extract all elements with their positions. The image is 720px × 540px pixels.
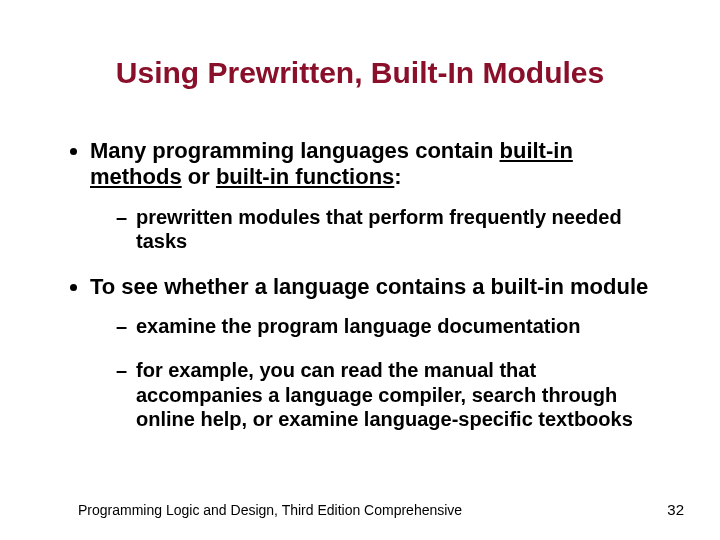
bullet-1-sublist: prewritten modules that perform frequent… bbox=[90, 205, 660, 254]
slide: Using Prewritten, Built-In Modules Many … bbox=[0, 0, 720, 540]
slide-body: Many programming languages contain built… bbox=[70, 138, 660, 452]
bullet-1-mid: or bbox=[182, 164, 216, 189]
bullet-list: Many programming languages contain built… bbox=[70, 138, 660, 432]
bullet-1-term-2: built-in functions bbox=[216, 164, 394, 189]
bullet-2: To see whether a language contains a bui… bbox=[90, 274, 660, 432]
bullet-1-pre: Many programming languages contain bbox=[90, 138, 500, 163]
footer-text: Programming Logic and Design, Third Edit… bbox=[78, 502, 462, 518]
bullet-2-text: To see whether a language contains a bui… bbox=[90, 274, 648, 299]
bullet-1-sub-1: prewritten modules that perform frequent… bbox=[116, 205, 660, 254]
page-number: 32 bbox=[667, 501, 684, 518]
bullet-2-sub-2: for example, you can read the manual tha… bbox=[116, 358, 660, 431]
bullet-2-sub-1: examine the program language documentati… bbox=[116, 314, 660, 338]
bullet-2-sublist: examine the program language documentati… bbox=[90, 314, 660, 432]
slide-title: Using Prewritten, Built-In Modules bbox=[0, 56, 720, 90]
bullet-1: Many programming languages contain built… bbox=[90, 138, 660, 254]
bullet-1-post: : bbox=[394, 164, 401, 189]
